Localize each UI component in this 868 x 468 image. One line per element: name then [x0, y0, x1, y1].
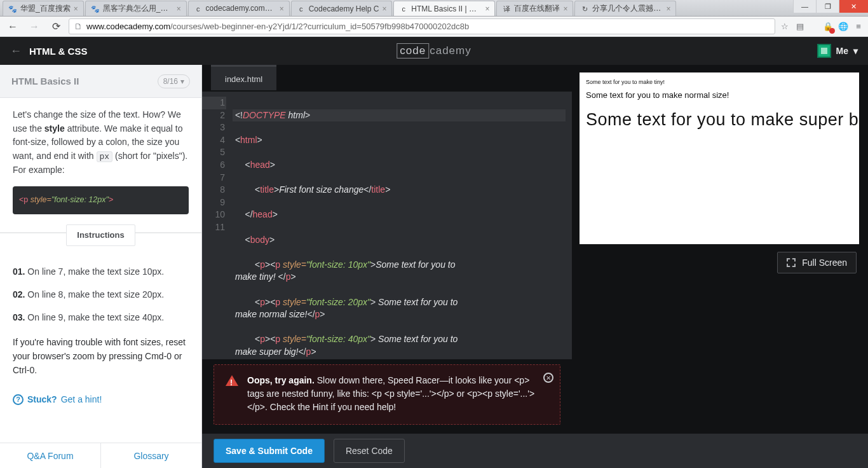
address-bar[interactable]: 🗋 www.codecademy.com /courses/web-beginn…	[69, 18, 775, 34]
code-example: <p style="font-size: 12px">	[13, 186, 189, 214]
step-number: 01.	[13, 266, 25, 277]
workspace: index.html 1234567891011 <!DOCTYPE html>…	[202, 65, 868, 468]
browser-tab[interactable]: 🐾华盟_百度搜索×	[3, 1, 84, 16]
tab-title: HTML Basics II | Cod	[411, 4, 482, 13]
browser-tab[interactable]: cHTML Basics II | Cod×	[393, 1, 495, 16]
favicon: ↻	[580, 4, 589, 13]
hint-rest: Get a hint!	[61, 393, 102, 407]
window-close[interactable]: ✕	[839, 0, 868, 13]
tab-title: 分享几个令人震撼的J	[592, 3, 663, 14]
file-tab[interactable]: index.html	[211, 65, 276, 90]
logo[interactable]: code cademy	[397, 43, 471, 59]
preview-tiny: Some text for you to make tiny!	[586, 79, 853, 85]
hint-link[interactable]: ? Stuck? Get a hint!	[13, 393, 189, 407]
fullscreen-icon	[787, 258, 796, 267]
browser-tab[interactable]: ↻分享几个令人震撼的J×	[574, 1, 676, 16]
line-number: 11	[202, 221, 226, 234]
reset-button[interactable]: Reset Code	[334, 439, 405, 463]
warning-icon	[226, 375, 238, 386]
line-number: 5	[202, 146, 226, 159]
line-number: 8	[202, 184, 226, 196]
browser-tab[interactable]: 译百度在线翻译×	[496, 1, 573, 16]
close-tab-icon[interactable]: ×	[666, 4, 670, 13]
user-menu[interactable]: Me ▾	[817, 44, 858, 58]
tab-title: 黑客字典怎么用_百度	[103, 3, 173, 14]
workspace-top: index.html 1234567891011 <!DOCTYPE html>…	[202, 65, 868, 425]
lesson-paragraph: Let's change the size of the text. How? …	[13, 108, 189, 177]
browser-tab[interactable]: cCodecademy Help C×	[291, 1, 393, 16]
line-number: 7	[202, 172, 226, 184]
hint-icon: ?	[13, 394, 24, 405]
preview-normal: Some text for you to make normal size!	[586, 90, 853, 100]
tab-title: codecademy.com_百	[206, 3, 276, 14]
sidebar: HTML Basics II 8/16 ▾ Let's change the s…	[0, 65, 202, 468]
close-tab-icon[interactable]: ×	[382, 4, 386, 13]
window-min[interactable]: —	[793, 0, 816, 13]
preview-column: Some text for you to make tiny! Some tex…	[580, 65, 859, 425]
instructions-label: Instructions	[66, 224, 135, 246]
main: HTML Basics II 8/16 ▾ Let's change the s…	[0, 65, 868, 468]
editor-column: index.html 1234567891011 <!DOCTYPE html>…	[202, 65, 572, 425]
globe-icon[interactable]: 🌐	[837, 21, 849, 32]
glossary-link[interactable]: Glossary	[101, 443, 201, 468]
line-number: 9	[202, 196, 226, 209]
close-tab-icon[interactable]: ×	[563, 4, 567, 13]
bookmark-icon[interactable]: ☆	[779, 21, 790, 32]
page-icon: 🗋	[74, 22, 83, 31]
close-error-icon[interactable]: ✕	[543, 373, 553, 383]
hint-strong: Stuck?	[27, 393, 57, 407]
submit-button[interactable]: Save & Submit Code	[214, 439, 325, 463]
nav-reload[interactable]: ⟳	[47, 18, 65, 35]
close-tab-icon[interactable]: ×	[74, 4, 78, 13]
line-number: 2	[202, 109, 226, 122]
file-tabs: index.html	[202, 65, 572, 92]
fullscreen-label: Full Screen	[802, 258, 847, 268]
code-editor[interactable]: 1234567891011 <!DOCTYPE html> <html> <he…	[202, 92, 572, 359]
step-text: On line 9, make the text size 40px.	[25, 312, 164, 322]
step-text: On line 8, make the text size 20px.	[25, 289, 164, 299]
line-number: 6	[202, 159, 226, 172]
close-tab-icon[interactable]: ×	[485, 4, 489, 13]
url-host: www.codecademy.com	[86, 22, 170, 31]
fullscreen-button[interactable]: Full Screen	[777, 252, 857, 273]
error-text: Oops, try again. Slow down there, Speed …	[247, 374, 536, 414]
close-tab-icon[interactable]: ×	[280, 4, 284, 13]
lesson-body: Let's change the size of the text. How? …	[0, 98, 201, 443]
instruction-step: 03. On line 9, make the text size 40px.	[13, 311, 189, 325]
url-path: /courses/web-beginner-en-y2Yjd/1/2?curri…	[170, 22, 469, 31]
lesson-header: HTML Basics II 8/16 ▾	[0, 65, 201, 98]
preview-pane: Some text for you to make tiny! Some tex…	[580, 72, 859, 244]
close-tab-icon[interactable]: ×	[177, 4, 181, 13]
step-number: 03.	[13, 312, 25, 322]
avatar	[817, 44, 831, 58]
preview-footer: Full Screen	[580, 244, 859, 280]
instructions-divider: Instructions	[0, 232, 201, 255]
favicon: 译	[502, 4, 511, 13]
menu-icon[interactable]: ≡	[853, 21, 864, 32]
nav-forward[interactable]: →	[25, 18, 43, 35]
code-lines: <!DOCTYPE html> <html> <head> <title>Fir…	[233, 97, 572, 354]
favicon: c	[194, 4, 203, 13]
browser-tab[interactable]: ccodecademy.com_百×	[188, 1, 290, 16]
nav-back[interactable]: ←	[4, 18, 22, 35]
strong-text: style	[44, 123, 65, 134]
user-label: Me	[836, 46, 848, 56]
browser-tab[interactable]: 🐾黑客字典怎么用_百度×	[85, 1, 187, 16]
window-max[interactable]: ❐	[816, 0, 839, 13]
window-buttons: — ❐ ✕	[793, 0, 868, 13]
favicon: 🐾	[91, 4, 100, 13]
course-title: HTML & CSS	[29, 46, 87, 57]
tab-title: 百度在线翻译	[514, 3, 560, 14]
line-gutter: 1234567891011	[202, 97, 233, 354]
extension-icon[interactable]: 🔒	[822, 21, 834, 32]
lesson-title: HTML Basics II	[11, 76, 79, 86]
course-back-icon[interactable]: ←	[10, 45, 22, 58]
tab-title: 华盟_百度搜索	[20, 3, 71, 14]
trouble-text: If you're having trouble with font sizes…	[13, 336, 189, 377]
instruction-step: 01. On line 7, make the text size 10px.	[13, 265, 189, 279]
progress-text: 8/16	[163, 77, 178, 86]
qa-forum-link[interactable]: Q&A Forum	[0, 443, 101, 468]
reader-icon[interactable]: ▤	[794, 21, 806, 32]
error-banner: Oops, try again. Slow down there, Speed …	[214, 364, 560, 425]
progress-pill[interactable]: 8/16 ▾	[158, 74, 190, 88]
